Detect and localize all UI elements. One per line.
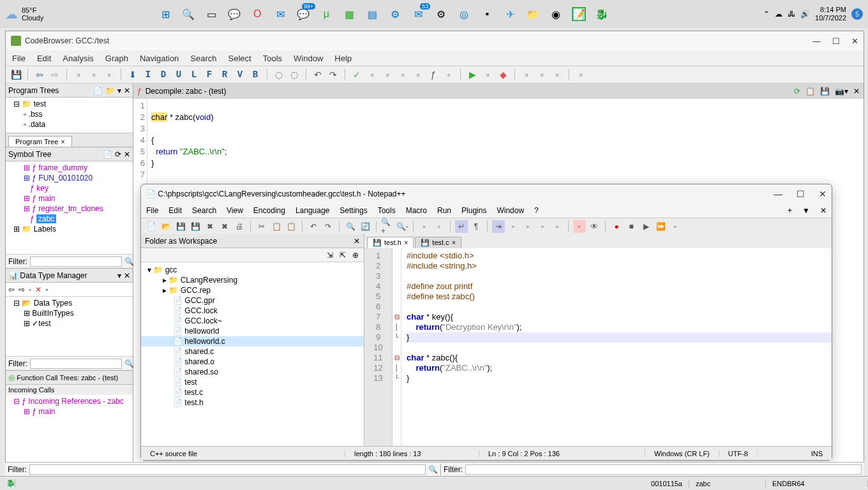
tb-i[interactable]: I <box>142 68 154 81</box>
replace-icon[interactable]: 🔄 <box>359 220 371 233</box>
panel-chevron-icon[interactable]: ▾ <box>117 86 121 95</box>
play-icon[interactable]: ▶ <box>640 220 652 233</box>
back-icon[interactable]: ⇦ <box>33 68 46 81</box>
dtm-icon[interactable]: ◦ <box>29 285 31 294</box>
tb-icon[interactable]: ▫ <box>574 68 587 81</box>
zoom-out-icon[interactable]: 🔍- <box>396 220 408 233</box>
tree-file[interactable]: 📄 shared.so <box>141 367 364 377</box>
menu-search[interactable]: Search <box>190 54 216 63</box>
ff-icon[interactable]: ⏩ <box>654 220 667 233</box>
save-icon[interactable]: 💾 <box>174 220 187 233</box>
program-tree-tab[interactable]: Program Tree× <box>8 136 72 147</box>
copy-icon[interactable]: 📋 <box>805 87 815 96</box>
npp-code-text[interactable]: #include <stdio.h> #include <string.h> #… <box>401 248 832 446</box>
refresh-icon[interactable]: ⟳ <box>794 87 800 96</box>
redo-icon[interactable]: ↷ <box>322 220 334 233</box>
tb-icon[interactable]: ▫ <box>418 220 431 233</box>
mail-icon[interactable]: ✉ <box>273 7 287 21</box>
dtm-fwd-icon[interactable]: ⇨ <box>19 285 25 294</box>
expand-icon[interactable]: ⇱ <box>340 251 346 260</box>
tree-file[interactable]: 📄 GCC.lock <box>141 306 364 316</box>
tab-close-icon[interactable]: × <box>61 138 64 145</box>
npp-menu-help[interactable]: ? <box>534 206 539 215</box>
collapse-icon[interactable]: ⇲ <box>327 251 333 260</box>
panel-close-icon[interactable]: ✕ <box>124 271 130 280</box>
tree-file[interactable]: 📄 shared.o <box>141 357 364 367</box>
tree-folder[interactable]: ▸ 📁 GCC.rep <box>141 285 364 295</box>
zoom-in-icon[interactable]: 🔍+ <box>381 220 394 233</box>
npp-menu-search[interactable]: Search <box>192 206 216 215</box>
npp-down-icon[interactable]: ▼ <box>802 206 810 215</box>
undo-icon[interactable]: ↶ <box>311 68 324 81</box>
notifications-badge[interactable]: 5 <box>851 8 863 20</box>
find-icon[interactable]: 🔍 <box>344 220 357 233</box>
dtm-icon[interactable]: ✕ <box>35 285 41 294</box>
chrome-icon[interactable]: ◉ <box>549 7 563 21</box>
tray-chevron-icon[interactable]: ⌃ <box>763 10 770 19</box>
export-icon[interactable]: 💾 <box>820 87 830 96</box>
symbol-item[interactable]: ƒ key <box>8 183 130 193</box>
menu-graph[interactable]: Graph <box>105 54 128 63</box>
tab-close-icon[interactable]: × <box>404 239 408 247</box>
menu-analysis[interactable]: Analysis <box>63 54 93 63</box>
check-icon[interactable]: ✓ <box>350 68 363 81</box>
tree-file[interactable]: 📄 helloworld <box>141 326 364 336</box>
tree-file[interactable]: 📄 test <box>141 377 364 387</box>
open-icon[interactable]: 📂 <box>160 220 172 233</box>
cut-icon[interactable]: ✂ <box>255 220 268 233</box>
app-icon[interactable]: ▦ <box>342 7 356 21</box>
tb-icon[interactable]: ▫ <box>412 68 424 81</box>
onedrive-icon[interactable]: ☁ <box>775 10 782 19</box>
print-icon[interactable]: 🖨 <box>233 220 246 233</box>
telegram-icon[interactable]: ✈ <box>503 7 517 21</box>
pilcrow-icon[interactable]: ¶ <box>470 220 483 233</box>
indent-icon[interactable]: ⇥ <box>492 220 505 233</box>
panel-icon[interactable]: 📄 <box>103 150 112 159</box>
tree-file[interactable]: 📄 shared.c <box>141 346 364 357</box>
npp-menu-macro[interactable]: Macro <box>406 206 427 215</box>
filter-icon[interactable]: 🔍 <box>428 465 438 474</box>
tb-f[interactable]: F <box>203 68 216 81</box>
npp-menu-encoding[interactable]: Encoding <box>253 206 285 215</box>
messages-icon[interactable]: 💬 <box>296 7 310 21</box>
menu-navigation[interactable]: Navigation <box>140 54 179 63</box>
eye-icon[interactable]: 👁 <box>588 220 601 233</box>
npp-menu-window[interactable]: Window <box>497 206 524 215</box>
filter-icon[interactable]: 🔍 <box>124 359 134 368</box>
close-button[interactable]: ✕ <box>851 36 858 46</box>
close-icon[interactable]: ✖ <box>204 220 216 233</box>
tb-icon[interactable]: ▫ <box>507 220 520 233</box>
record-icon[interactable]: ● <box>610 220 623 233</box>
menu-file[interactable]: File <box>12 54 26 63</box>
panel-close-icon[interactable]: ✕ <box>124 86 130 95</box>
npp-close-button[interactable]: ✕ <box>819 189 827 199</box>
dtm-item[interactable]: ⊞ BuiltInTypes <box>8 308 130 318</box>
npp-menu-plugins[interactable]: Plugins <box>461 206 486 215</box>
volume-icon[interactable]: 🔊 <box>800 10 810 19</box>
menu-select[interactable]: Select <box>228 54 251 63</box>
undo-icon[interactable]: ↶ <box>307 220 320 233</box>
app2-icon[interactable]: ▤ <box>365 7 379 21</box>
dtm-icon[interactable]: ▫ <box>45 285 48 294</box>
dtm-filter-input[interactable] <box>30 359 122 369</box>
menu-help[interactable]: Help <box>334 54 352 63</box>
forward-icon[interactable]: ⇨ <box>49 68 61 81</box>
task-view-icon[interactable]: ▭ <box>204 7 218 21</box>
npp-menu-view[interactable]: View <box>227 206 243 215</box>
minimize-button[interactable]: — <box>812 36 821 46</box>
closeall-icon[interactable]: ✖ <box>218 220 231 233</box>
tree-file-selected[interactable]: 📄 helloworld.c <box>141 336 364 346</box>
terminal-icon[interactable]: ▪ <box>480 7 494 21</box>
outlook-icon[interactable]: ✉ <box>411 7 425 21</box>
tb-icon[interactable]: ▫ <box>381 68 394 81</box>
npp-plus-icon[interactable]: + <box>788 206 792 215</box>
app4-icon[interactable]: ◎ <box>457 7 471 21</box>
npp-menu-language[interactable]: Language <box>296 206 329 215</box>
npp-code-area[interactable]: 12345678910111213 ⊟│└⊟│└ #include <stdio… <box>364 248 832 446</box>
tb-icon[interactable]: ▫ <box>481 68 494 81</box>
tab-close-icon[interactable]: × <box>452 239 456 247</box>
tb-icon[interactable]: ▫ <box>396 68 409 81</box>
tb-icon[interactable]: ▫ <box>521 220 534 233</box>
tb-icon[interactable]: ƒ <box>427 68 440 81</box>
npp-maximize-button[interactable]: ☐ <box>797 189 805 199</box>
